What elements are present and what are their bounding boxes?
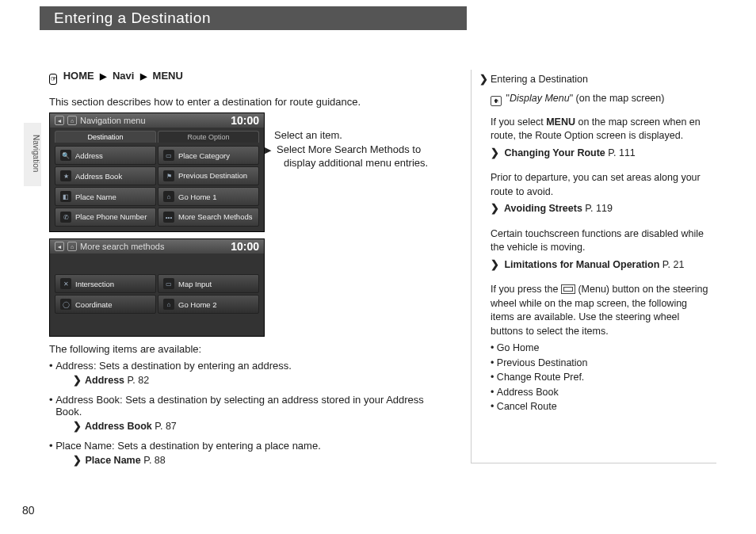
more-search-screenshot: ◄ ⌂ More search methods 10:00 ✕Intersect… [49,238,265,337]
instruction-block: Select an item. ▶Select More Search Meth… [274,128,450,170]
chevron-right-icon: ▶ [100,71,106,82]
btn-intersection: ✕Intersection [55,274,156,293]
list-item: • Go Home [491,341,710,356]
search-icon: 🔍 [60,150,71,161]
tab-route-option: Route Option [158,131,259,143]
voice-icon: 🗣 [491,96,502,106]
xref-limitations: ❯ Limitations for Manual Operation P. 21 [491,258,710,273]
home-icon: ⌂ [163,191,174,202]
xref-icon: ❯ [491,258,502,273]
xref-avoiding-streets: ❯ Avoiding Streets P. 119 [491,202,710,216]
breadcrumb-menu: MENU [153,70,183,82]
back-icon: ◄ [55,242,64,251]
hand-icon: ☞ [49,74,57,85]
home-small-icon: ⌂ [67,242,77,251]
home-icon: ⌂ [163,299,174,310]
sidebar-title: ❯Entering a Destination [479,73,710,87]
list-item: • Address: Sets a destination by enterin… [49,360,453,372]
btn-more-search: •••More Search Methods [158,208,259,227]
side-tab-label: Navigation [32,135,40,172]
xref-icon: ❯ [71,374,82,386]
tab-destination: Destination [55,131,156,143]
btn-address-book: ★Address Book [55,166,156,185]
sidebar-list: • Go Home • Previous Destination • Chang… [491,341,710,414]
intersection-icon: ✕ [60,278,71,289]
sidebar-notes: ❯Entering a Destination 🗣 "Display Menu"… [471,70,716,463]
list-item: • Change Route Pref. [491,371,710,385]
nav-menu-screenshot: ◄ ⌂ Navigation menu 10:00 Destination Ro… [49,113,265,232]
star-icon: ★ [60,170,71,181]
tag-icon: ◧ [60,191,71,202]
home-small-icon: ⌂ [67,116,77,125]
breadcrumb-home: HOME [63,70,94,82]
xref-icon: ❯ [491,147,502,161]
flag-icon: ⚑ [163,170,174,181]
screen2-clock: 10:00 [231,240,259,253]
chevron-right-icon: ▶ [140,71,147,82]
xref-address: ❯ Address P. 82 [71,374,453,386]
back-icon: ◄ [55,116,64,125]
btn-place-name: ◧Place Name [55,187,156,206]
xref-place-name: ❯ Place Name P. 88 [71,454,453,466]
list-item: • Address Book [491,386,710,400]
btn-map-input: ▭Map Input [158,274,259,293]
folder-icon: ▭ [163,150,174,161]
xref-icon: ❯ [71,420,82,432]
map-icon: ▭ [163,278,174,289]
btn-go-home-2: ⌂Go Home 2 [158,295,259,314]
sidebar-para: Certain touchscreen functions are disabl… [491,227,710,255]
btn-go-home-1: ⌂Go Home 1 [158,187,259,206]
xref-icon: ❯ [491,202,502,216]
breadcrumb: ☞ HOME ▶ Navi ▶ MENU [49,70,453,85]
btn-previous-destination: ⚑Previous Destination [158,166,259,185]
btn-place-phone: ✆Place Phone Number [55,208,156,227]
breadcrumb-navi: Navi [113,70,134,82]
voice-command: 🗣 "Display Menu" (on the map screen) [491,92,710,106]
xref-icon: ❯ [71,454,82,466]
intro-text: This section describes how to enter a de… [49,96,453,108]
page-title-bar: Entering a Destination [40,6,467,30]
menu-button-icon [561,284,575,294]
sidebar-para: If you press the (Menu) button on the st… [491,283,710,338]
list-item: • Previous Destination [491,357,710,371]
globe-icon: ◯ [60,299,71,310]
screen1-clock: 10:00 [231,114,259,127]
xref-address-book: ❯ Address Book P. 87 [71,420,453,432]
xref-changing-route: ❯ Changing Your Route P. 111 [491,147,710,161]
sidebar-para: If you select MENU on the map screen whe… [491,116,710,143]
screen2-title: More search methods [80,242,164,251]
page-title: Entering a Destination [54,10,211,27]
note-icon: ❯ [479,73,491,87]
btn-place-category: ▭Place Category [158,146,259,165]
more-icon: ••• [163,212,174,223]
btn-coordinate: ◯Coordinate [55,295,156,314]
available-header: The following items are available: [49,343,453,355]
list-item: • Address Book: Sets a destination by se… [49,394,453,418]
page-number: 80 [22,504,35,517]
btn-address: 🔍Address [55,146,156,165]
sidebar-para: Prior to departure, you can set areas al… [491,171,710,199]
list-item: • Cancel Route [491,400,710,414]
screen1-title: Navigation menu [80,116,146,125]
list-item: • Place Name: Sets a destination by ente… [49,440,453,452]
instr-line1: Select an item. [274,128,450,143]
available-items: The following items are available: • Add… [49,343,453,466]
phone-icon: ✆ [60,212,71,223]
